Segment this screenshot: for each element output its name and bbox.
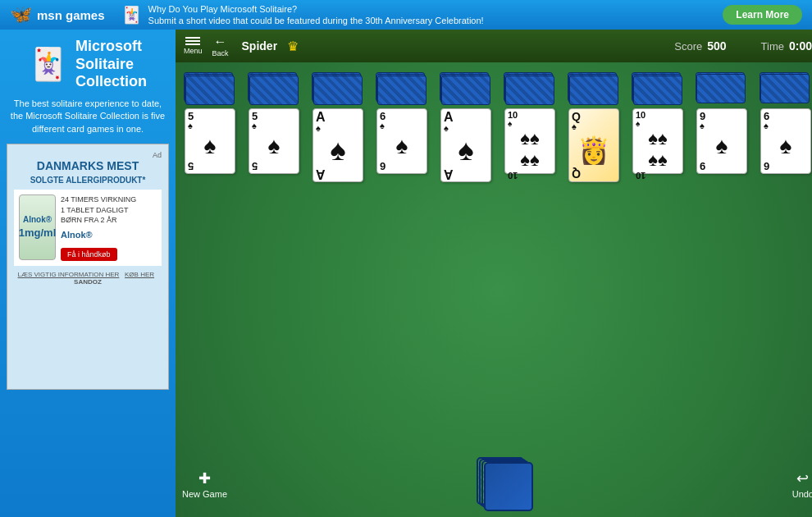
card-10-spades[interactable]: 10 ♠ ♠♠♠♠ 10 [504,108,555,174]
card-queen-spades[interactable]: Q ♠ 👸 Q [568,108,619,182]
face-down-stack-5 [440,72,492,107]
card-column-3: A ♠ ♠ A [308,72,367,182]
face-down-stack-8 [632,72,684,107]
back-label: Back [212,49,229,57]
face-down-card [569,75,618,105]
card-column-2: 5 ♠ ♠ 5 [244,72,303,182]
time-section: Time 0:00 [761,39,812,53]
undo-label: Undo [792,489,812,499]
card-6-spades-2[interactable]: 6 ♠ ♠ 6 [760,108,811,174]
left-sidebar: 🃏 Microsoft Solitaire Collection The bes… [0,30,176,517]
ad-product-name: Alnok® [19,215,57,224]
face-down-card [185,75,235,105]
deck-card-4 [484,462,533,511]
card-6-spades[interactable]: 6 ♠ ♠ 6 [376,108,427,174]
face-down-card [377,75,427,105]
sidebar-title-line2: Solitaire [75,56,147,74]
ad-dosage: 1mg/ml [19,226,57,239]
time-value: 0:00 [789,39,812,53]
msn-logo-text: msn games [37,8,105,22]
card-column-5: A ♠ ♠ A [436,72,495,182]
ad-footer: LÆS VIGTIG INFORMATION HER KØB HER SANDO… [14,271,162,286]
face-down-card [760,74,810,103]
time-label: Time [761,40,784,53]
card-10-spades-2[interactable]: 10 ♠ ♠♠♠♠ 10 [632,108,683,174]
deck-stack[interactable] [477,457,542,510]
face-down-stack-6 [504,72,556,107]
banner-promo: 🃏 Why Do You Play Microsoft Solitaire? S… [121,3,715,27]
ad-line1: 24 TIMERS VIRKNING [61,194,136,205]
face-down-card [441,75,490,105]
ad-content: Alnok® 1mg/ml 24 TIMERS VIRKNING 1 TABLE… [14,190,162,266]
ad-get-button[interactable]: Få i håndkøb [61,248,117,261]
card-column-7: Q ♠ 👸 Q [564,72,623,182]
face-down-stack-10 [760,72,812,107]
sidebar-description: The best solitaire experience to date, t… [7,98,169,135]
score-label: Score [674,40,702,53]
ad-line2: 1 TABLET DAGLIGT [61,205,136,216]
promo-line1: Why Do You Play Microsoft Solitaire? [148,3,484,15]
ad-brand: SANDOZ [74,278,102,286]
card-column-1: 5 ♠ ♠ 5 [180,72,239,182]
ad-text-block: 24 TIMERS VIRKNING 1 TABLET DAGLIGT BØRN… [61,194,136,261]
face-down-stack-2 [248,72,300,107]
plus-icon: ✚ [198,469,211,487]
game-name: Spider [242,39,278,53]
card-column-9: 9 ♠ ♠ 9 [692,72,751,182]
undo-icon: ↩ [796,469,809,487]
card-ace-spades-2[interactable]: A ♠ ♠ A [440,108,491,182]
face-down-card [505,75,554,105]
bottom-area: ✚ New Game ↩ Undo [176,457,812,510]
menu-button[interactable]: Menu [184,37,203,55]
new-game-button[interactable]: ✚ New Game [182,469,227,499]
sidebar-title-line3: Collection [75,73,147,91]
hamburger-icon [185,40,200,42]
card-5-spades-2[interactable]: 5 ♠ ♠ 5 [249,108,299,174]
card-5-spades[interactable]: 5 ♠ ♠ 5 [185,108,235,174]
face-down-card [696,74,746,103]
top-banner: 🦋 msn games 🃏 Why Do You Play Microsoft … [0,0,812,30]
ad-box: Ad DANMARKS MEST SOLGTE ALLERGIPRODUKT* … [7,144,169,390]
sidebar-title: Microsoft Solitaire Collection [75,38,147,91]
ad-heading: DANMARKS MEST [37,159,139,172]
msn-logo: 🦋 msn games [10,4,105,25]
game-area: Menu ← Back Spider ♛ Score 500 Time 0:00 [176,30,812,517]
ad-subheading: SOLGTE ALLERGIPRODUKT* [30,176,146,185]
card-column-8: 10 ♠ ♠♠♠♠ 10 [628,72,687,182]
menu-label: Menu [184,47,203,55]
card-table[interactable]: 5 ♠ ♠ 5 5 ♠ ♠ [176,62,812,517]
promo-line2: Submit a short video that could be featu… [148,15,484,26]
ad-line3: BØRN FRA 2 ÅR [61,215,136,226]
sidebar-logo-area: 🃏 Microsoft Solitaire Collection [29,38,147,91]
msn-butterfly-icon: 🦋 [10,4,32,25]
sidebar-title-line1: Microsoft [75,38,147,56]
crown-icon: ♛ [287,39,299,54]
score-value: 500 [707,39,726,53]
columns-area: 5 ♠ ♠ 5 5 ♠ ♠ [180,69,812,182]
card-column-4: 6 ♠ ♠ 6 [372,72,431,182]
card-ace-spades[interactable]: A ♠ ♠ A [312,108,363,182]
ad-label: Ad [153,151,162,159]
sidebar-cards-icon: 🃏 [29,46,67,82]
back-button[interactable]: ← Back [212,34,229,57]
card-9-spades[interactable]: 9 ♠ ♠ 9 [696,108,747,174]
ad-product-name2: Alnok® [61,229,136,241]
card-column-10: 6 ♠ ♠ 6 [756,72,812,182]
face-down-stack-4 [376,72,428,107]
face-down-card [313,75,363,105]
banner-text: Why Do You Play Microsoft Solitaire? Sub… [148,3,484,27]
face-down-stack-3 [312,72,364,107]
card-column-6: 10 ♠ ♠♠♠♠ 10 [500,72,559,182]
learn-more-button[interactable]: Learn More [723,5,802,25]
score-section: Score 500 [674,39,726,53]
face-down-stack-7 [568,72,620,107]
face-down-card [633,75,682,105]
game-toolbar: Menu ← Back Spider ♛ Score 500 Time 0:00 [176,30,812,62]
main-layout: 🃏 Microsoft Solitaire Collection The bes… [0,30,812,517]
undo-button[interactable]: ↩ Undo [792,469,812,499]
face-down-card [249,75,299,105]
ad-footer-link1[interactable]: LÆS VIGTIG INFORMATION HER [18,271,120,278]
face-down-stack-9 [696,72,748,107]
ad-footer-link2[interactable]: KØB HER [125,271,154,278]
new-game-label: New Game [182,489,227,499]
